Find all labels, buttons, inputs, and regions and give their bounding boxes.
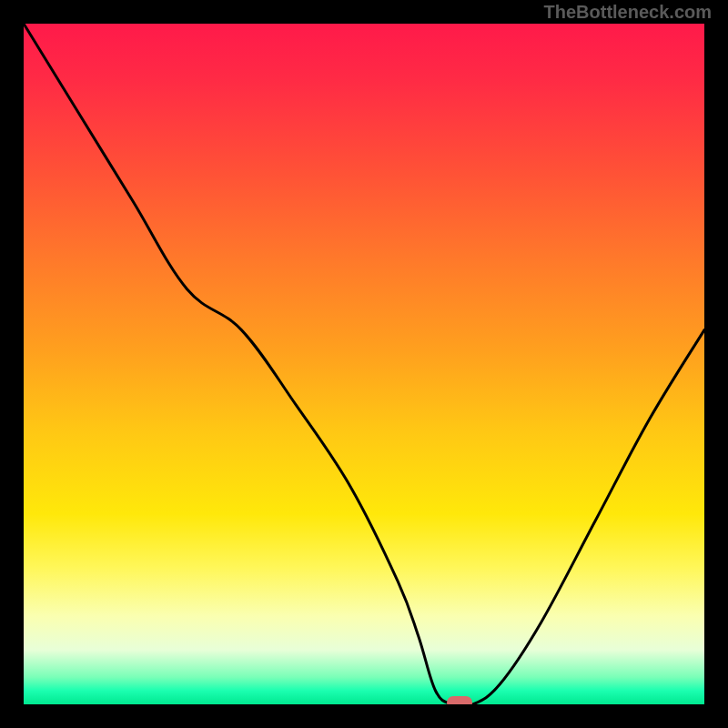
watermark-text: TheBottleneck.com	[544, 2, 712, 23]
chart-line	[24, 24, 704, 704]
chart-plot-area	[24, 24, 704, 704]
chart-marker	[447, 696, 472, 704]
